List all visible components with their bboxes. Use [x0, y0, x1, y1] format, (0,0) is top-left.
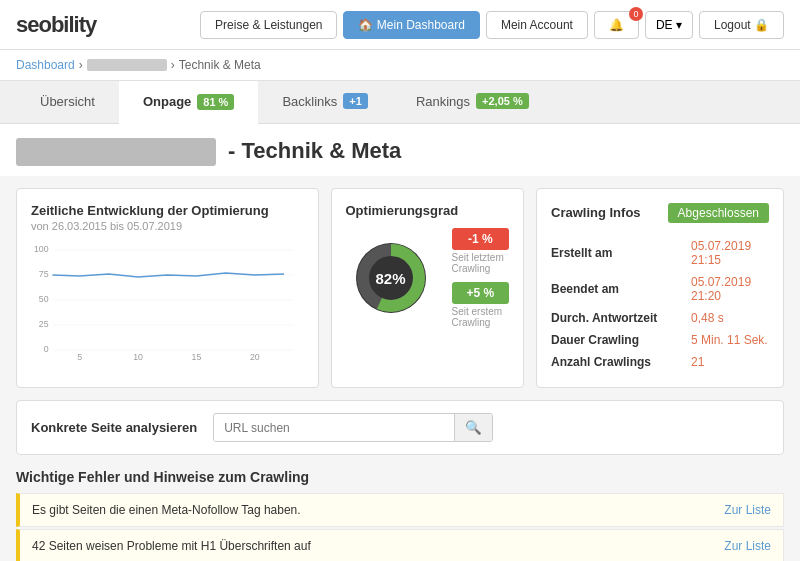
donut-container: 82% -1 % Seit letztem Crawling +5 % Seit…	[346, 220, 510, 336]
svg-text:75: 75	[39, 269, 49, 279]
home-icon: 🏠	[358, 18, 376, 32]
title-blurred	[16, 138, 216, 166]
svg-text:15: 15	[192, 352, 202, 362]
error-text: 42 Seiten weisen Probleme mit H1 Übersch…	[32, 539, 724, 553]
header: seobility Preise & Leistungen 🏠 Mein Das…	[0, 0, 800, 50]
search-row: Konkrete Seite analysieren 🔍	[16, 400, 784, 455]
crawling-row-label: Erstellt am	[551, 235, 691, 271]
breadcrumb-sep1: ›	[79, 58, 83, 72]
zur-liste-link[interactable]: Zur Liste	[724, 539, 771, 553]
crawling-row: Dauer Crawling5 Min. 11 Sek.	[551, 329, 769, 351]
errors-section: Wichtige Fehler und Hinweise zum Crawlin…	[16, 469, 784, 561]
donut-chart: 82%	[346, 233, 436, 323]
search-icon: 🔍	[465, 420, 482, 435]
crawling-row-label: Dauer Crawling	[551, 329, 691, 351]
breadcrumb-current: Technik & Meta	[179, 58, 261, 72]
chart-svg: 100 75 50 25 0 5 10 15 20	[31, 242, 304, 362]
rankings-badge: +2,05 %	[476, 93, 529, 109]
optimization-card: Optimierungsgrad 82% -1 % Seit let	[331, 188, 525, 388]
svg-text:20: 20	[250, 352, 260, 362]
crawling-status: Abgeschlossen	[668, 203, 769, 223]
crawling-row-value: 5 Min. 11 Sek.	[691, 329, 769, 351]
page-title: - Technik & Meta	[16, 138, 784, 166]
crawling-row-value: 21	[691, 351, 769, 373]
crawling-header: Crawling Infos Abgeschlossen	[551, 203, 769, 223]
chart-subtitle: von 26.03.2015 bis 05.07.2019	[31, 220, 304, 232]
nav-links: Preise & Leistungen 🏠 Mein Dashboard Mei…	[200, 11, 784, 39]
zur-liste-link[interactable]: Zur Liste	[724, 503, 771, 517]
crawling-row-label: Durch. Antwortzeit	[551, 307, 691, 329]
error-item: Es gibt Seiten die einen Meta-Nofollow T…	[16, 493, 784, 527]
error-item: 42 Seiten weisen Probleme mit H1 Übersch…	[16, 529, 784, 561]
tab-rankings[interactable]: Rankings +2,05 %	[392, 81, 553, 123]
dashboard-button[interactable]: 🏠 Mein Dashboard	[343, 11, 479, 39]
tab-backlinks[interactable]: Backlinks +1	[258, 81, 391, 123]
logo: seobility	[16, 12, 96, 38]
svg-text:50: 50	[39, 294, 49, 304]
bell-badge: 0	[629, 7, 643, 21]
crawling-card: Crawling Infos Abgeschlossen Erstellt am…	[536, 188, 784, 388]
crawling-table: Erstellt am05.07.2019 21:15Beendet am05.…	[551, 235, 769, 373]
chart-card: Zeitliche Entwicklung der Optimierung vo…	[16, 188, 319, 388]
crawling-row-label: Anzahl Crawlings	[551, 351, 691, 373]
tab-onpage[interactable]: Onpage 81 %	[119, 81, 258, 124]
chart-title: Zeitliche Entwicklung der Optimierung	[31, 203, 304, 218]
error-list: Es gibt Seiten die einen Meta-Nofollow T…	[16, 493, 784, 561]
onpage-badge: 81 %	[197, 94, 234, 110]
logo-text: seobility	[16, 12, 96, 37]
language-selector[interactable]: DE ▾	[645, 11, 693, 39]
top-row: Zeitliche Entwicklung der Optimierung vo…	[16, 188, 784, 388]
svg-text:10: 10	[133, 352, 143, 362]
red-stat: -1 % Seit letztem Crawling	[452, 228, 510, 274]
green-stat: +5 % Seit erstem Crawling	[452, 282, 510, 328]
donut-stats: -1 % Seit letztem Crawling +5 % Seit ers…	[452, 228, 510, 328]
svg-text:0: 0	[44, 344, 49, 354]
svg-text:5: 5	[77, 352, 82, 362]
page-title-bar: - Technik & Meta	[0, 124, 800, 176]
donut-label: 82%	[375, 270, 405, 287]
crawling-title: Crawling Infos	[551, 205, 641, 220]
crawling-row: Anzahl Crawlings21	[551, 351, 769, 373]
crawling-row-value: 0,48 s	[691, 307, 769, 329]
crawling-row-value: 05.07.2019 21:15	[691, 235, 769, 271]
search-button[interactable]: 🔍	[454, 414, 492, 441]
tabs-bar: Übersicht Onpage 81 % Backlinks +1 Ranki…	[0, 81, 800, 124]
tab-ubersicht[interactable]: Übersicht	[16, 81, 119, 123]
pricing-button[interactable]: Preise & Leistungen	[200, 11, 337, 39]
search-input-wrap: 🔍	[213, 413, 493, 442]
account-button[interactable]: Mein Account	[486, 11, 588, 39]
errors-title: Wichtige Fehler und Hinweise zum Crawlin…	[16, 469, 784, 485]
crawling-row: Beendet am05.07.2019 21:20	[551, 271, 769, 307]
svg-text:25: 25	[39, 319, 49, 329]
url-search-input[interactable]	[214, 415, 454, 441]
breadcrumb-blurred	[87, 59, 167, 71]
red-badge: -1 %	[452, 228, 510, 250]
breadcrumb: Dashboard › › Technik & Meta	[0, 50, 800, 81]
main-content: Zeitliche Entwicklung der Optimierung vo…	[0, 176, 800, 561]
breadcrumb-home[interactable]: Dashboard	[16, 58, 75, 72]
title-static: - Technik & Meta	[222, 138, 401, 163]
crawling-row: Durch. Antwortzeit0,48 s	[551, 307, 769, 329]
crawling-row-label: Beendet am	[551, 271, 691, 307]
search-label: Konkrete Seite analysieren	[31, 420, 197, 435]
crawling-row: Erstellt am05.07.2019 21:15	[551, 235, 769, 271]
backlinks-badge: +1	[343, 93, 368, 109]
green-label: Seit erstem Crawling	[452, 306, 510, 328]
red-label: Seit letztem Crawling	[452, 252, 510, 274]
optimization-title: Optimierungsgrad	[346, 203, 510, 218]
notification-bell[interactable]: 🔔 0	[594, 11, 639, 39]
green-badge: +5 %	[452, 282, 510, 304]
crawling-row-value: 05.07.2019 21:20	[691, 271, 769, 307]
error-text: Es gibt Seiten die einen Meta-Nofollow T…	[32, 503, 724, 517]
breadcrumb-sep2: ›	[171, 58, 175, 72]
logout-button[interactable]: Logout 🔒	[699, 11, 784, 39]
svg-text:100: 100	[34, 244, 49, 254]
